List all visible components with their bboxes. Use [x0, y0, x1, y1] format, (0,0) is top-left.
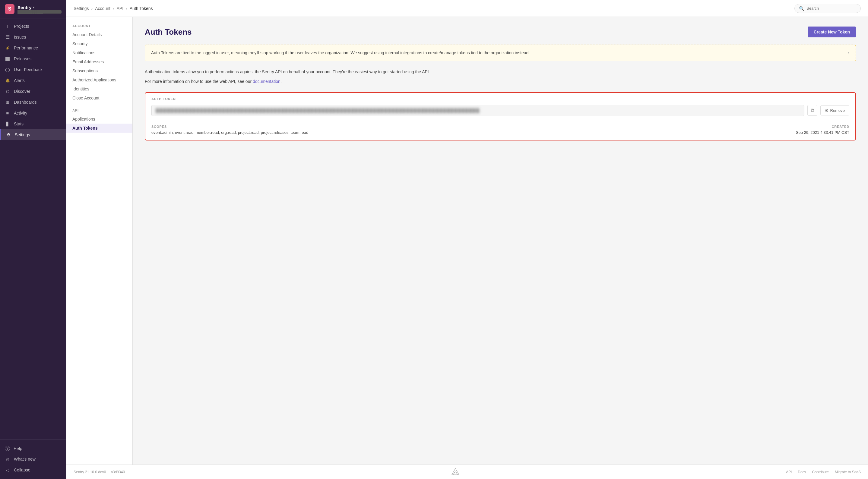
token-section-header: AUTH TOKEN: [145, 93, 855, 101]
org-logo: S: [5, 4, 14, 14]
breadcrumb-api[interactable]: API: [117, 6, 124, 11]
token-blurred-value: ████████████████████████████████████████…: [156, 108, 480, 113]
sidebar-item-label: Discover: [14, 89, 30, 94]
sentry-logo-footer: [451, 468, 460, 477]
sidebar-item-discover[interactable]: Discover: [0, 86, 66, 97]
account-nav-applications[interactable]: Applications: [66, 115, 132, 124]
performance-icon: [5, 45, 10, 51]
page-footer: Sentry 21.10.0.dev0 a3d9340 API Docs Con…: [66, 465, 868, 479]
remove-circle-icon: ⊗: [825, 108, 829, 113]
documentation-link[interactable]: documentation: [253, 79, 280, 84]
sidebar-item-label: Activity: [14, 110, 27, 116]
breadcrumb-current: Auth Tokens: [130, 6, 153, 11]
sidebar-item-projects[interactable]: Projects: [0, 21, 66, 32]
discover-icon: [5, 89, 10, 94]
sidebar-item-settings[interactable]: Settings: [0, 129, 66, 140]
description-2: For more information on how to use the w…: [145, 78, 856, 85]
footer-version: Sentry 21.10.0.dev0: [73, 470, 106, 474]
account-sidebar: Account Account Details Security Notific…: [66, 17, 133, 465]
auth-token-label: AUTH TOKEN: [151, 97, 849, 101]
stats-icon: [5, 121, 10, 127]
account-nav-email-addresses[interactable]: Email Addresses: [66, 57, 132, 66]
projects-icon: [5, 24, 10, 29]
settings-icon: [6, 132, 11, 137]
create-new-token-button[interactable]: Create New Token: [808, 27, 856, 37]
whatsnew-icon: [5, 456, 10, 462]
sidebar-item-whats-new[interactable]: What's new: [0, 454, 66, 465]
search-icon: 🔍: [799, 6, 804, 11]
created-value: Sep 29, 2021 4:33:41 PM CST: [796, 130, 849, 135]
feedback-icon: [5, 67, 10, 72]
sidebar-item-label: Releases: [14, 56, 31, 61]
collapse-icon: [5, 467, 10, 473]
page-title: Auth Tokens: [145, 27, 192, 37]
search-box[interactable]: 🔍: [795, 4, 861, 13]
sidebar-item-user-feedback[interactable]: User Feedback: [0, 64, 66, 75]
warning-arrow-icon: ›: [848, 50, 849, 56]
footer-link-docs[interactable]: Docs: [798, 470, 806, 474]
footer-commit: a3d9340: [111, 470, 125, 474]
sidebar-item-dashboards[interactable]: Dashboards: [0, 97, 66, 107]
sidebar-item-releases[interactable]: Releases: [0, 53, 66, 64]
activity-icon: [5, 110, 10, 116]
sidebar-item-collapse[interactable]: Collapse: [0, 465, 66, 475]
remove-label: Remove: [830, 108, 845, 113]
sidebar-item-stats[interactable]: Stats: [0, 119, 66, 129]
sidebar-item-activity[interactable]: Activity: [0, 107, 66, 119]
org-name[interactable]: Sentry ▾: [18, 5, 62, 10]
search-input[interactable]: [806, 6, 856, 10]
sidebar-item-help[interactable]: ? Help: [0, 443, 66, 454]
account-nav-subscriptions[interactable]: Subscriptions: [66, 66, 132, 75]
main-layout: Account Account Details Security Notific…: [66, 17, 868, 465]
copy-token-button[interactable]: ⧉: [807, 105, 817, 116]
sidebar-item-label: Stats: [14, 122, 24, 126]
account-nav-identities[interactable]: Identities: [66, 85, 132, 93]
breadcrumb-settings[interactable]: Settings: [73, 6, 89, 11]
account-nav-account-details[interactable]: Account Details: [66, 30, 132, 39]
footer-link-migrate[interactable]: Migrate to SaaS: [835, 470, 861, 474]
sidebar-item-label: Dashboards: [14, 100, 37, 105]
topbar: Settings › Account › API › Auth Tokens 🔍: [66, 0, 868, 17]
dashboards-icon: [5, 99, 10, 105]
sidebar: S Sentry ▾ ████████████ Projects Issues: [0, 0, 66, 479]
breadcrumb: Settings › Account › API › Auth Tokens: [73, 6, 792, 11]
breadcrumb-account[interactable]: Account: [95, 6, 111, 11]
sidebar-item-alerts[interactable]: Alerts: [0, 75, 66, 86]
sidebar-item-label: Projects: [14, 24, 29, 29]
account-nav-close-account[interactable]: Close Account: [66, 93, 132, 102]
sidebar-item-label: What's new: [14, 457, 36, 461]
footer-link-contribute[interactable]: Contribute: [812, 470, 829, 474]
sidebar-item-label: Alerts: [14, 78, 25, 83]
sidebar-item-issues[interactable]: Issues: [0, 32, 66, 42]
token-meta: SCOPES event:admin, event:read, member:r…: [145, 121, 855, 140]
account-section-heading: Account: [66, 24, 132, 30]
breadcrumb-sep-1: ›: [91, 6, 93, 11]
account-nav-authorized-applications[interactable]: Authorized Applications: [66, 75, 132, 85]
org-subtitle: ████████████: [18, 10, 62, 13]
footer-left: Sentry 21.10.0.dev0 a3d9340: [73, 470, 125, 474]
copy-icon: ⧉: [811, 107, 814, 113]
help-icon: ?: [5, 446, 10, 451]
account-nav-notifications[interactable]: Notifications: [66, 48, 132, 57]
account-nav-auth-tokens[interactable]: Auth Tokens: [66, 124, 132, 133]
token-row: ████████████████████████████████████████…: [145, 105, 855, 121]
description-1: Authentication tokens allow you to perfo…: [145, 68, 856, 75]
created-label: CREATED: [796, 125, 849, 128]
alerts-icon: [5, 78, 10, 83]
token-value: ████████████████████████████████████████…: [151, 105, 804, 116]
sidebar-header: S Sentry ▾ ████████████: [0, 0, 66, 19]
remove-token-button[interactable]: ⊗ Remove: [820, 105, 849, 116]
org-dropdown-icon: ▾: [33, 6, 34, 9]
breadcrumb-sep-3: ›: [126, 6, 127, 11]
sidebar-footer: ? Help What's new Collapse: [0, 439, 66, 479]
scopes-col: SCOPES event:admin, event:read, member:r…: [151, 125, 308, 135]
footer-right: API Docs Contribute Migrate to SaaS: [786, 470, 861, 474]
warning-text: Auth Tokens are tied to the logged in us…: [151, 50, 530, 56]
description-2-suffix: .: [280, 79, 282, 84]
footer-link-api[interactable]: API: [786, 470, 792, 474]
sidebar-item-performance[interactable]: Performance: [0, 42, 66, 53]
description-2-prefix: For more information on how to use the w…: [145, 79, 253, 84]
api-section-heading: API: [66, 108, 132, 115]
account-nav-security[interactable]: Security: [66, 39, 132, 48]
releases-icon: [5, 56, 10, 62]
